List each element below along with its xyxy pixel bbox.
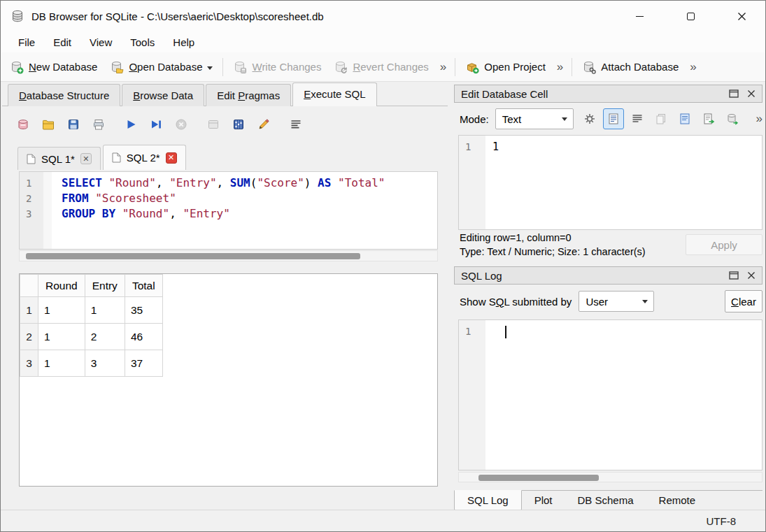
mode-select[interactable]: Text — [495, 108, 574, 129]
tab-plot[interactable]: Plot — [522, 491, 565, 510]
stop-icon — [174, 117, 188, 131]
toolbar-overflow-3[interactable]: » — [685, 60, 701, 74]
copy-pages-icon — [654, 112, 668, 126]
table-cell[interactable]: 46 — [125, 324, 162, 350]
copy-cell-button[interactable] — [651, 108, 672, 129]
import-cell-button[interactable] — [722, 108, 743, 129]
menu-file[interactable]: File — [9, 34, 44, 51]
tab-browse-data[interactable]: Browse Data — [122, 84, 204, 106]
tab-db-schema[interactable]: DB Schema — [565, 491, 646, 510]
save-results-button[interactable] — [202, 114, 225, 135]
table-row: 3 1 3 37 — [20, 350, 163, 377]
tab-remote[interactable]: Remote — [646, 491, 709, 510]
float-panel-icon[interactable] — [729, 89, 739, 98]
table-cell[interactable]: 2 — [85, 324, 125, 350]
word-wrap-icon — [630, 112, 644, 126]
cell-settings-button[interactable] — [579, 108, 600, 129]
execute-line-button[interactable] — [145, 114, 167, 135]
edit-cell-overflow[interactable]: » — [756, 112, 763, 126]
close-panel-icon[interactable] — [747, 89, 756, 98]
statusbar: UTF-8 — [1, 510, 765, 531]
menu-help[interactable]: Help — [164, 34, 204, 51]
row-header[interactable]: 1 — [20, 297, 38, 324]
new-sql-tab-button[interactable] — [12, 114, 34, 135]
open-project-label: Open Project — [484, 61, 546, 73]
sql-editor[interactable]: 1SELECT "Round", "Entry", SUM("Score") A… — [19, 171, 438, 250]
toolbar-overflow-2[interactable]: » — [552, 60, 568, 74]
toolbar-separator — [455, 58, 455, 76]
import-cell-icon — [725, 112, 739, 126]
table-cell[interactable]: 37 — [125, 350, 162, 377]
new-database-icon — [10, 60, 24, 74]
text-mode-button[interactable] — [603, 108, 624, 129]
minimize-button[interactable] — [623, 1, 655, 31]
open-database-button[interactable]: Open Database — [104, 55, 219, 79]
sql-tab-2[interactable]: SQL 2* ✕ — [103, 145, 186, 170]
mode-row: Mode: Text — [460, 107, 763, 131]
scrollbar-thumb[interactable] — [26, 253, 360, 259]
cell-editor[interactable]: 1 1 — [458, 135, 763, 230]
scrollbar-thumb[interactable] — [478, 475, 599, 481]
write-changes-button[interactable]: Write Changes — [227, 55, 327, 79]
col-header-entry[interactable]: Entry — [85, 275, 125, 297]
close-panel-icon[interactable] — [747, 271, 756, 280]
new-database-button[interactable]: New Database — [3, 55, 104, 79]
minimize-icon — [636, 16, 644, 17]
col-header-round[interactable]: Round — [38, 275, 85, 297]
pencil-icon — [257, 117, 271, 131]
revert-changes-label: Revert Changes — [353, 61, 428, 73]
table-cell[interactable]: 3 — [85, 350, 125, 377]
write-changes-icon — [233, 60, 247, 74]
edit-sql-button[interactable] — [253, 114, 275, 135]
table-cell[interactable]: 1 — [85, 297, 125, 324]
open-as-document-button[interactable] — [674, 108, 695, 129]
sql-tab-1-close-button[interactable]: ✕ — [80, 153, 92, 164]
count-rows-button[interactable] — [227, 114, 250, 135]
blue-document-icon — [678, 112, 692, 126]
open-sql-file-button[interactable] — [37, 114, 59, 135]
col-header-total[interactable]: Total — [125, 275, 162, 297]
revert-changes-button[interactable]: Revert Changes — [327, 55, 434, 79]
window-title: DB Browser for SQLite - C:\Users\aeric\D… — [31, 10, 324, 22]
log-user-select[interactable]: User — [579, 291, 654, 312]
tab-execute-sql[interactable]: Execute SQL — [292, 82, 376, 106]
sql-tab-2-close-button[interactable]: ✕ — [166, 152, 177, 164]
row-header[interactable]: 2 — [20, 324, 38, 350]
execute-all-button[interactable] — [120, 114, 142, 135]
sql-toolbar — [12, 113, 307, 136]
table-cell[interactable]: 1 — [38, 297, 85, 324]
apply-button[interactable]: Apply — [686, 234, 763, 255]
open-project-button[interactable]: Open Project — [459, 55, 552, 79]
format-sql-button[interactable] — [285, 114, 307, 135]
tab-sql-log[interactable]: SQL Log — [454, 490, 522, 511]
tab-edit-pragmas[interactable]: Edit Pragmas — [206, 84, 291, 106]
text-lines-icon — [289, 117, 303, 131]
close-button[interactable] — [725, 1, 758, 31]
clear-button[interactable]: Clear — [725, 290, 763, 312]
export-cell-icon — [702, 112, 716, 126]
row-header[interactable]: 3 — [20, 350, 38, 377]
settings-gear-icon — [583, 112, 597, 126]
save-sql-file-button[interactable] — [62, 114, 85, 135]
line-number: 1 — [459, 139, 485, 154]
toolbar-overflow-1[interactable]: » — [435, 60, 451, 74]
print-button[interactable] — [87, 114, 110, 135]
menu-view[interactable]: View — [80, 34, 121, 51]
attach-database-button[interactable]: Attach Database — [576, 55, 685, 79]
sql-log-hscrollbar[interactable] — [458, 472, 763, 482]
sql-tab-1[interactable]: SQL 1* ✕ — [17, 147, 101, 170]
table-cell[interactable]: 1 — [38, 350, 85, 377]
menu-tools[interactable]: Tools — [121, 34, 164, 51]
table-cell[interactable]: 1 — [38, 324, 85, 350]
tab-database-structure[interactable]: Database Structure — [8, 84, 120, 106]
cell-type-info: Type: Text / Numeric; Size: 1 character(… — [460, 246, 646, 257]
maximize-button[interactable] — [674, 1, 707, 31]
sql-log-editor[interactable]: 1 — [458, 319, 763, 470]
table-cell[interactable]: 35 — [125, 297, 162, 324]
float-panel-icon[interactable] — [729, 271, 739, 280]
menu-edit[interactable]: Edit — [44, 34, 80, 51]
word-wrap-button[interactable] — [627, 108, 648, 129]
sql-editor-hscrollbar[interactable] — [19, 250, 438, 261]
stop-button[interactable] — [170, 114, 192, 135]
export-cell-button[interactable] — [698, 108, 719, 129]
